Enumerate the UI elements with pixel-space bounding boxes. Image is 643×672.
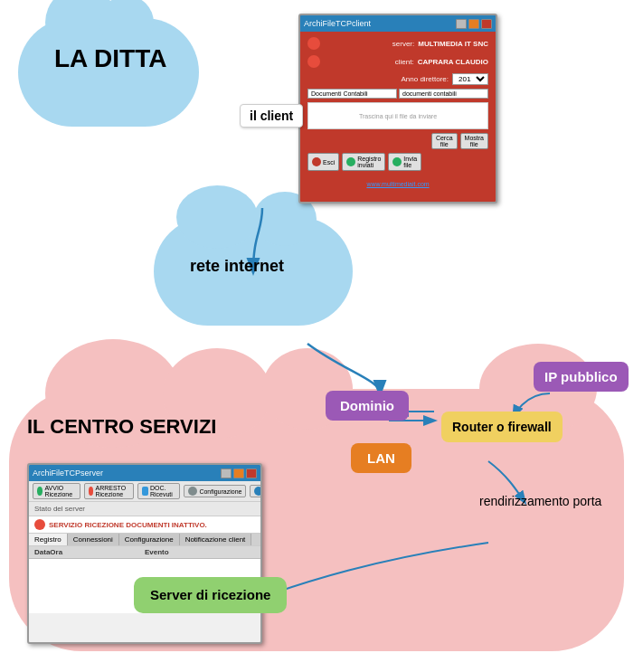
server-status-bar: Stato del server (29, 502, 260, 516)
cloud-ditta-label: LA DITTA (54, 43, 166, 74)
alert-icon (34, 519, 45, 530)
esci-btn[interactable]: Esci (307, 153, 339, 171)
registro-icon (346, 157, 355, 166)
server-label: server: (324, 40, 414, 48)
col-evento: Evento (145, 548, 255, 556)
label-dominio: Dominio (326, 391, 409, 421)
cloud-internet-label: rete internet (190, 257, 284, 276)
client-label: client: (324, 58, 414, 66)
arresto-icon (89, 487, 94, 496)
registro-label: Registro inviati (357, 156, 381, 168)
tab-registro[interactable]: Registro (29, 534, 68, 545)
invia-icon (392, 157, 402, 166)
client-value: CAPRARA CLAUDIO (418, 58, 488, 66)
label-server-ricezione: Server di ricezione (134, 577, 287, 613)
esci-icon (312, 157, 321, 166)
registro-btn[interactable]: Registro inviati (342, 153, 385, 171)
mostra-file-btn[interactable]: Mostra file (460, 133, 488, 149)
server-value: MULTIMEDIA IT SNC (418, 40, 488, 48)
client-titlebar: ArchiFileTCPclient (300, 15, 496, 32)
anno-label: Anno direttore: (402, 75, 449, 83)
table-header: DataOra Evento (29, 546, 260, 559)
label-router-firewall: Router o firewall (441, 412, 563, 442)
avvio-label: AVVIO Ricezione (44, 485, 75, 497)
label-rendirizzamento: rendirizzamento porta (479, 493, 601, 509)
file-buttons: Cerca file Mostra file (304, 131, 492, 151)
srv-win-maximize[interactable] (233, 469, 244, 478)
config-btn[interactable]: Configurazione (184, 485, 246, 497)
anno-select[interactable]: 2013 (452, 73, 488, 85)
doc-icon (142, 487, 147, 496)
doc-btn[interactable]: DOC. Ricevuti (137, 483, 180, 499)
client-window-body: server: MULTIMEDIA IT SNC client: CAPRAR… (300, 32, 496, 194)
anno-row: Anno direttore: 2013 (304, 71, 492, 87)
action-buttons: Esci Registro inviati Invia file (304, 151, 492, 173)
client-window-title: ArchiFileTCPclient (304, 19, 371, 28)
avvio-icon (37, 487, 43, 496)
alert-text: SERVIZIO RICEZIONE DOCUMENTI INATTIVO. (49, 521, 207, 529)
server-window: ArchiFileTCPserver AVVIO Ricezione ARRES… (27, 463, 262, 644)
arresto-btn[interactable]: ARRESTO Ricezione (84, 483, 135, 499)
client-window: ArchiFileTCPclient server: MULTIMEDIA IT… (298, 14, 497, 203)
www-link[interactable]: www.multimediait.com (366, 181, 429, 187)
server-row: server: MULTIMEDIA IT SNC (304, 35, 492, 52)
col-data: DataOra (34, 548, 145, 556)
srv-win-minimize[interactable] (221, 469, 232, 478)
doc-label: DOC. Ricevuti (150, 485, 175, 497)
tab-connessioni[interactable]: Connessioni (68, 534, 119, 545)
label-il-centro: IL CENTRO SERVIZI (27, 414, 216, 440)
info-btn[interactable]: Informazioni (250, 485, 262, 497)
server-window-title: ArchiFileTCPserver (33, 469, 103, 478)
label-il-client: il client (240, 104, 303, 128)
win-close[interactable] (481, 19, 492, 29)
label-lan: LAN (351, 443, 411, 473)
tab-configurazione[interactable]: Configurazione (119, 534, 180, 545)
server-tabs: Registro Connessioni Configurazione Noti… (29, 534, 260, 546)
drop-text: Trascina qui il file da inviare (359, 113, 437, 119)
info-icon (254, 487, 262, 496)
tab-notificazione[interactable]: Notificazione client (180, 534, 252, 545)
server-toolbar: AVVIO Ricezione ARRESTO Ricezione DOC. R… (29, 481, 260, 502)
srv-win-close[interactable] (246, 469, 257, 478)
client-row: client: CAPRARA CLAUDIO (304, 53, 492, 70)
invia-label: Invia file (403, 156, 417, 168)
server-window-controls (221, 469, 257, 478)
esci-label: Esci (323, 159, 335, 166)
doc-row: Documenti Contabili documenti contabili (304, 87, 492, 100)
win-maximize[interactable] (468, 19, 479, 29)
arresto-label: ARRESTO Ricezione (95, 485, 129, 497)
client-icon (307, 55, 320, 68)
cerca-file-btn[interactable]: Cerca file (431, 133, 458, 149)
server-titlebar: ArchiFileTCPserver (29, 465, 260, 481)
avvio-btn[interactable]: AVVIO Ricezione (33, 483, 80, 499)
doc-contabili: Documenti Contabili (307, 89, 397, 99)
server-icon (307, 37, 320, 50)
config-icon (188, 487, 197, 496)
window-controls (456, 19, 492, 29)
stato-label: Stato del server (34, 505, 85, 513)
win-minimize[interactable] (456, 19, 467, 29)
invia-btn[interactable]: Invia file (388, 153, 421, 171)
server-alert: SERVIZIO RICEZIONE DOCUMENTI INATTIVO. (29, 516, 260, 534)
config-label: Configurazione (199, 488, 241, 495)
drop-zone[interactable]: Trascina qui il file da inviare (307, 102, 488, 129)
documenti: documenti contabili (399, 89, 488, 99)
www-link-row: www.multimediait.com (304, 173, 492, 191)
label-ip-pubblico: IP pubblico (534, 362, 629, 392)
